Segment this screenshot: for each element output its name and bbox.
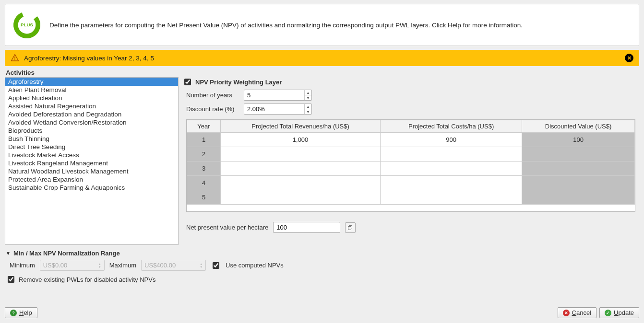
maximum-input: US$400.00 ▲▼ (141, 260, 206, 271)
list-item[interactable]: Bush Thinning (5, 135, 178, 143)
npv-panel: NPV Priority Weighting Layer Number of y… (181, 77, 639, 245)
use-computed-label: Use computed NPVs (226, 262, 284, 269)
list-item[interactable]: Avoided Wetland Conversion/Restoration (5, 118, 178, 127)
help-icon: ? (10, 310, 17, 316)
activities-list[interactable]: AgroforestryAlien Plant RemovalApplied N… (5, 77, 179, 245)
list-item[interactable]: Alien Plant Removal (5, 86, 178, 94)
warning-text: Agroforestry: Missing values in Year 2, … (24, 55, 154, 62)
close-icon: ✕ (563, 310, 570, 316)
npv-pwl-checkbox[interactable] (184, 79, 191, 85)
remove-pwls-checkbox[interactable] (8, 276, 14, 283)
npv-result-input[interactable] (273, 222, 340, 233)
normalization-header[interactable]: ▼ Min / Max NPV Normalization Range (6, 250, 639, 257)
list-item[interactable]: Assisted Natural Regeneration (5, 102, 178, 110)
help-button[interactable]: ? Help (5, 307, 37, 318)
info-text: Define the parameters for computing the … (49, 22, 523, 29)
num-years-input[interactable]: ▲▼ (244, 90, 312, 101)
copy-npv-button[interactable] (345, 222, 356, 233)
svg-rect-5 (348, 226, 351, 230)
col-year: Year (187, 120, 221, 133)
list-item[interactable]: Applied Nucleation (5, 94, 178, 102)
discount-rate-input[interactable]: ▲▼ (244, 104, 312, 115)
activities-heading: Activities (6, 69, 639, 76)
svg-text:PLUS: PLUS (21, 22, 33, 27)
list-item[interactable]: Livestock Market Access (5, 151, 178, 159)
warning-icon (11, 54, 19, 62)
npv-result-label: Net present value per hectare (186, 224, 268, 231)
discount-rate-label: Discount rate (%) (186, 105, 239, 113)
num-years-label: Number of years (186, 92, 239, 99)
table-row[interactable]: 3 (187, 162, 635, 176)
normalization-row: Minimum US$0.00 ▲▼ Maximum US$400.00 ▲▼ … (5, 260, 639, 271)
warning-bar: Agroforestry: Missing values in Year 2, … (5, 50, 639, 66)
info-banner: PLUS Define the parameters for computing… (5, 4, 639, 46)
cancel-button[interactable]: ✕ Cancel (558, 307, 596, 318)
minimum-label: Minimum (10, 262, 35, 269)
use-computed-checkbox[interactable] (213, 262, 219, 269)
spinner-down-icon[interactable]: ▼ (305, 95, 311, 100)
spinner-up-icon[interactable]: ▲ (305, 104, 311, 109)
check-icon: ✓ (605, 310, 611, 316)
button-bar: ? Help ✕ Cancel ✓ Update (5, 307, 639, 318)
list-item[interactable]: Bioproducts (5, 127, 178, 135)
table-row[interactable]: 5 (187, 190, 635, 205)
col-cost: Projected Total Costs/ha (US$) (381, 120, 522, 133)
spinner-up-icon[interactable]: ▲ (305, 90, 311, 95)
app-logo: PLUS (13, 11, 41, 39)
table-row[interactable]: 4 (187, 176, 635, 190)
update-button[interactable]: ✓ Update (599, 307, 639, 318)
npv-pwl-label: NPV Priority Weighting Layer (195, 79, 282, 86)
svg-point-3 (14, 59, 15, 60)
list-item[interactable]: Sustainable Crop Farming & Aquaponics (5, 184, 178, 192)
maximum-label: Maximum (109, 262, 136, 269)
remove-pwls-label: Remove existing PWLs for disabled activi… (19, 276, 155, 283)
expand-icon: ▼ (6, 251, 11, 256)
minimum-input: US$0.00 ▲▼ (40, 260, 105, 271)
col-revenue: Projected Total Revenues/ha (US$) (221, 120, 381, 133)
spinner-down-icon[interactable]: ▼ (305, 109, 311, 114)
list-item[interactable]: Livestock Rangeland Management (5, 159, 178, 167)
table-row[interactable]: 11,000900100 (187, 133, 635, 147)
list-item[interactable]: Natural Woodland Livestock Management (5, 167, 178, 175)
list-item[interactable]: Direct Tree Seeding (5, 143, 178, 151)
list-item[interactable]: Avoided Deforestation and Degradation (5, 110, 178, 118)
warning-close-button[interactable]: ✕ (625, 54, 633, 62)
list-item[interactable]: Protected Area Expansion (5, 175, 178, 184)
col-discounted: Discounted Value (US$) (522, 120, 635, 133)
list-item[interactable]: Agroforestry (5, 78, 178, 86)
table-row[interactable]: 2 (187, 147, 635, 162)
npv-table[interactable]: Year Projected Total Revenues/ha (US$) P… (186, 119, 635, 212)
